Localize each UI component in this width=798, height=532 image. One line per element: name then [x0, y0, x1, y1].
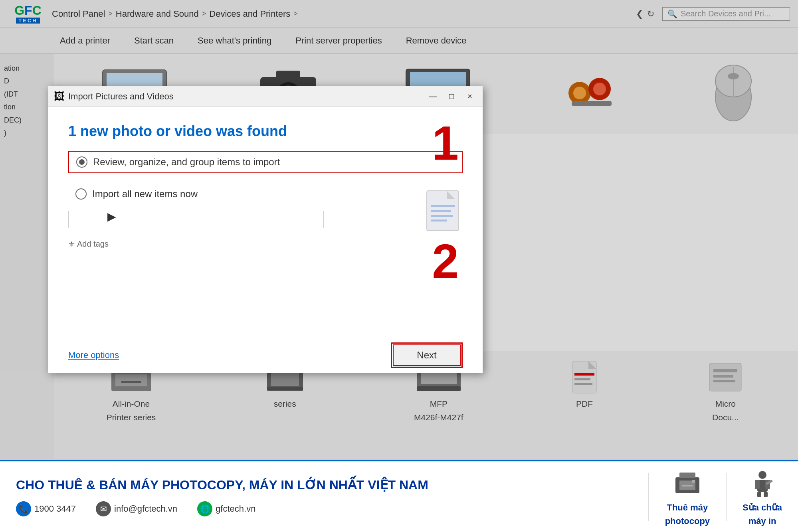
svg-point-51 — [758, 471, 766, 479]
svg-rect-53 — [755, 480, 760, 489]
photocopy-icon — [671, 467, 703, 499]
bottom-banner: CHO THUÊ & BÁN MÁY PHOTOCOPY, MÁY IN LỚN… — [0, 460, 798, 532]
website-url: gfctech.vn — [216, 504, 255, 514]
radio-option-2[interactable]: Import all new items now — [68, 184, 463, 204]
banner-divider-1 — [648, 473, 649, 521]
phone-icon: 📞 — [16, 501, 31, 516]
banner-repair-service[interactable]: Sửa chữa máy in — [743, 467, 782, 526]
phone-number: 1900 3447 — [34, 504, 76, 514]
dialog-maximize-button[interactable]: □ — [444, 91, 459, 103]
radio-label-2: Import all new items now — [92, 188, 198, 200]
repair-label-1: Sửa chữa — [743, 502, 782, 513]
tags-input[interactable] — [68, 211, 324, 228]
dialog-titlebar: 🖼 Import Pictures and Videos — □ × — [48, 86, 483, 107]
banner-website[interactable]: 🌐 gfctech.vn — [197, 501, 255, 516]
banner-contacts: 📞 1900 3447 ✉ info@gfctech.vn 🌐 gfctech.… — [16, 501, 632, 516]
dialog-body: 1 new photo or video was found 1 Review,… — [48, 107, 483, 337]
radio-label-1: Review, organize, and group items to imp… — [93, 156, 280, 168]
step-number-1: 1 — [432, 119, 459, 167]
document-icon-area — [423, 187, 463, 236]
banner-email[interactable]: ✉ info@gfctech.vn — [96, 501, 177, 516]
svg-point-50 — [692, 480, 695, 483]
dialog-footer: More options Next — [48, 337, 483, 373]
dialog-close-button[interactable]: × — [463, 91, 477, 103]
next-button[interactable]: Next — [393, 344, 461, 366]
dialog-minimize-button[interactable]: — — [426, 91, 440, 103]
svg-rect-56 — [764, 492, 768, 497]
website-icon: 🌐 — [197, 501, 212, 516]
banner-phone[interactable]: 📞 1900 3447 — [16, 501, 76, 516]
svg-rect-49 — [682, 485, 693, 487]
svg-rect-43 — [431, 210, 451, 212]
tags-input-row — [68, 211, 463, 228]
step-number-2: 2 — [432, 237, 459, 285]
banner-divider-2 — [726, 473, 727, 521]
dialog-title-text: Import Pictures and Videos — [68, 91, 422, 102]
svg-rect-44 — [431, 215, 453, 217]
dialog-title-icon: 🖼 — [54, 90, 64, 103]
svg-rect-48 — [679, 473, 695, 478]
add-tags-text: Add tags — [77, 239, 109, 249]
banner-main-text: CHO THUÊ & BÁN MÁY PHOTOCOPY, MÁY IN LỚN… — [16, 477, 632, 492]
dialog-heading: 1 new photo or video was found — [68, 123, 463, 140]
repair-label-2: máy in — [748, 516, 776, 526]
svg-rect-42 — [431, 205, 455, 207]
radio-circle-2 — [75, 188, 87, 200]
tag-icon: ⚜ — [68, 240, 75, 249]
repair-icon — [747, 467, 778, 499]
banner-photocopy-service[interactable]: Thuê máy photocopy — [665, 467, 710, 526]
import-dialog: 🖼 Import Pictures and Videos — □ × 1 new… — [48, 86, 483, 373]
photocopy-label-2: photocopy — [665, 516, 710, 526]
svg-rect-55 — [757, 492, 761, 497]
email-icon: ✉ — [96, 501, 111, 516]
add-tags-label[interactable]: ⚜ Add tags — [68, 239, 463, 249]
email-address: info@gfctech.vn — [114, 504, 177, 514]
svg-rect-45 — [431, 220, 447, 222]
photocopy-label-1: Thuê máy — [667, 502, 708, 513]
more-options-link[interactable]: More options — [68, 350, 119, 360]
radio-circle-1 — [76, 156, 87, 168]
next-button-wrapper: Next — [391, 342, 463, 368]
radio-option-1[interactable]: Review, organize, and group items to imp… — [68, 151, 463, 173]
